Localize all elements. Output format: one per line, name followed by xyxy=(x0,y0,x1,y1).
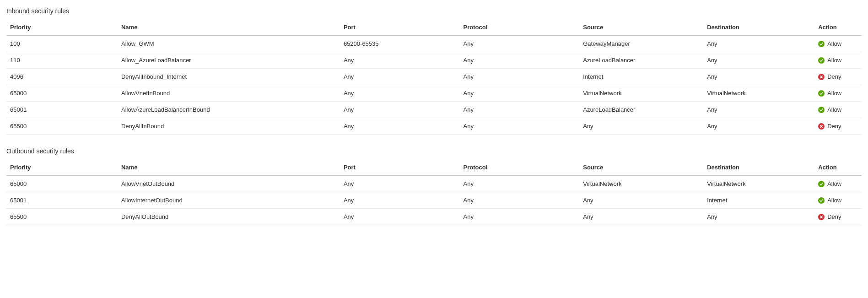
col-header-action[interactable]: Action xyxy=(814,19,862,36)
col-header-destination[interactable]: Destination xyxy=(703,19,814,36)
action-label: Deny xyxy=(827,123,841,130)
cell-name: DenyAllOutBound xyxy=(118,209,340,225)
cell-priority: 4096 xyxy=(6,69,118,85)
cell-name: Allow_GWM xyxy=(118,36,340,52)
cell-source: AzureLoadBalancer xyxy=(579,52,703,69)
col-header-destination[interactable]: Destination xyxy=(703,159,814,176)
action-label: Allow xyxy=(827,197,841,204)
cell-source: VirtualNetwork xyxy=(579,176,703,192)
cell-destination: Internet xyxy=(703,192,814,209)
cell-priority: 65000 xyxy=(6,176,118,192)
cell-port: Any xyxy=(340,85,460,102)
cell-protocol: Any xyxy=(460,36,580,52)
cell-action: Deny xyxy=(814,209,862,225)
action-label: Deny xyxy=(827,213,841,220)
cell-priority: 65500 xyxy=(6,118,118,135)
cell-source: Any xyxy=(579,209,703,225)
cell-destination: Any xyxy=(703,52,814,69)
cell-destination: VirtualNetwork xyxy=(703,85,814,102)
allow-icon xyxy=(818,181,825,187)
cell-destination: Any xyxy=(703,118,814,135)
action-label: Allow xyxy=(827,180,841,187)
cell-source: AzureLoadBalancer xyxy=(579,102,703,118)
table-row[interactable]: 65500DenyAllInBoundAnyAnyAnyAnyDeny xyxy=(6,118,862,135)
cell-source: Any xyxy=(579,192,703,209)
col-header-name[interactable]: Name xyxy=(118,159,340,176)
deny-icon xyxy=(818,74,825,80)
cell-protocol: Any xyxy=(460,85,580,102)
table-row[interactable]: 65001AllowInternetOutBoundAnyAnyAnyInter… xyxy=(6,192,862,209)
cell-protocol: Any xyxy=(460,69,580,85)
action-label: Allow xyxy=(827,40,841,47)
cell-action: Allow xyxy=(814,36,862,52)
col-header-priority[interactable]: Priority xyxy=(6,159,118,176)
cell-destination: Any xyxy=(703,102,814,118)
cell-name: AllowAzureLoadBalancerInBound xyxy=(118,102,340,118)
cell-source: Any xyxy=(579,118,703,135)
cell-port: Any xyxy=(340,118,460,135)
allow-icon xyxy=(818,90,825,97)
cell-protocol: Any xyxy=(460,52,580,69)
cell-source: VirtualNetwork xyxy=(579,85,703,102)
cell-port: Any xyxy=(340,176,460,192)
table-row[interactable]: 65001AllowAzureLoadBalancerInBoundAnyAny… xyxy=(6,102,862,118)
cell-port: Any xyxy=(340,69,460,85)
cell-protocol: Any xyxy=(460,192,580,209)
cell-priority: 65001 xyxy=(6,192,118,209)
cell-priority: 110 xyxy=(6,52,118,69)
table-row[interactable]: 65000AllowVnetInBoundAnyAnyVirtualNetwor… xyxy=(6,85,862,102)
action-label: Allow xyxy=(827,106,841,113)
allow-icon xyxy=(818,197,825,204)
action-label: Allow xyxy=(827,90,841,97)
cell-name: DenyAllInbound_Internet xyxy=(118,69,340,85)
cell-action: Allow xyxy=(814,52,862,69)
cell-name: AllowInternetOutBound xyxy=(118,192,340,209)
cell-action: Allow xyxy=(814,192,862,209)
cell-name: AllowVnetOutBound xyxy=(118,176,340,192)
cell-destination: Any xyxy=(703,36,814,52)
inbound-section: Inbound security rules Priority Name Por… xyxy=(6,7,862,135)
cell-priority: 65001 xyxy=(6,102,118,118)
cell-source: Internet xyxy=(579,69,703,85)
outbound-table: Priority Name Port Protocol Source Desti… xyxy=(6,159,862,225)
cell-priority: 100 xyxy=(6,36,118,52)
cell-port: Any xyxy=(340,209,460,225)
table-row[interactable]: 65000AllowVnetOutBoundAnyAnyVirtualNetwo… xyxy=(6,176,862,192)
cell-protocol: Any xyxy=(460,176,580,192)
cell-port: Any xyxy=(340,102,460,118)
cell-port: Any xyxy=(340,52,460,69)
col-header-protocol[interactable]: Protocol xyxy=(460,19,580,36)
table-row[interactable]: 65500DenyAllOutBoundAnyAnyAnyAnyDeny xyxy=(6,209,862,225)
cell-protocol: Any xyxy=(460,209,580,225)
cell-name: DenyAllInBound xyxy=(118,118,340,135)
cell-source: GatewayManager xyxy=(579,36,703,52)
action-label: Allow xyxy=(827,57,841,64)
deny-icon xyxy=(818,123,825,130)
cell-priority: 65500 xyxy=(6,209,118,225)
action-label: Deny xyxy=(827,73,841,80)
outbound-title: Outbound security rules xyxy=(6,147,862,155)
col-header-port[interactable]: Port xyxy=(340,19,460,36)
allow-icon xyxy=(818,107,825,113)
outbound-header-row: Priority Name Port Protocol Source Desti… xyxy=(6,159,862,176)
col-header-port[interactable]: Port xyxy=(340,159,460,176)
cell-priority: 65000 xyxy=(6,85,118,102)
col-header-priority[interactable]: Priority xyxy=(6,19,118,36)
cell-action: Allow xyxy=(814,85,862,102)
cell-action: Deny xyxy=(814,118,862,135)
cell-destination: VirtualNetwork xyxy=(703,176,814,192)
cell-action: Deny xyxy=(814,69,862,85)
cell-action: Allow xyxy=(814,102,862,118)
col-header-source[interactable]: Source xyxy=(579,19,703,36)
table-row[interactable]: 4096DenyAllInbound_InternetAnyAnyInterne… xyxy=(6,69,862,85)
table-row[interactable]: 110Allow_AzureLoadBalancerAnyAnyAzureLoa… xyxy=(6,52,862,69)
col-header-name[interactable]: Name xyxy=(118,19,340,36)
outbound-section: Outbound security rules Priority Name Po… xyxy=(6,147,862,225)
cell-name: Allow_AzureLoadBalancer xyxy=(118,52,340,69)
col-header-source[interactable]: Source xyxy=(579,159,703,176)
col-header-protocol[interactable]: Protocol xyxy=(460,159,580,176)
cell-port: Any xyxy=(340,192,460,209)
table-row[interactable]: 100Allow_GWM65200-65535AnyGatewayManager… xyxy=(6,36,862,52)
allow-icon xyxy=(818,41,825,47)
col-header-action[interactable]: Action xyxy=(814,159,862,176)
